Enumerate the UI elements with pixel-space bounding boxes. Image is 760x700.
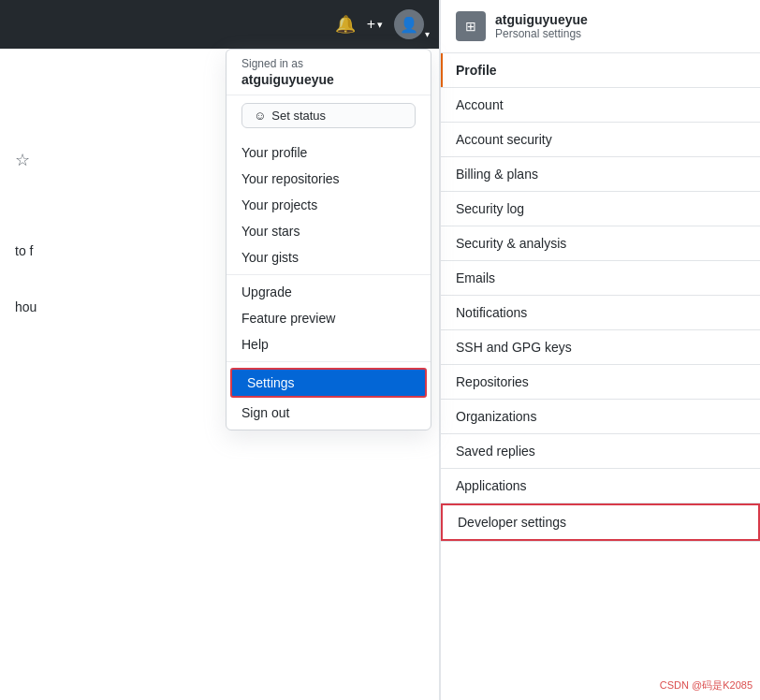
set-status-label: Set status [271,109,326,123]
nav-link-organizations[interactable]: Organizations [441,400,760,433]
nav-item-security-log: Security log [441,192,760,226]
left-panel: 🔔 + ▾ 👤 ▾ ☆ to f hou Signed in as atguig… [0,0,440,700]
nav-item-organizations: Organizations [441,400,760,434]
nav-link-account[interactable]: Account [441,88,760,122]
dropdown-bottom: Settings Sign out [227,362,431,430]
nav-item-saved-replies: Saved replies [441,434,760,469]
nav-item-security-analysis: Security & analysis [441,226,760,261]
nav-link-billing[interactable]: Billing & plans [441,157,760,191]
nav-link-developer-settings[interactable]: Developer settings [441,503,760,541]
header-bar: 🔔 + ▾ 👤 ▾ [0,0,439,49]
nav-link-profile[interactable]: Profile [441,53,760,87]
nav-item-emails: Emails [441,261,760,296]
nav-link-applications[interactable]: Applications [441,469,760,503]
user-dropdown: Signed in as atguiguyueyue ☺ Set status … [226,49,431,430]
dropdown-item-settings[interactable]: Settings [230,368,427,398]
nav-link-emails[interactable]: Emails [441,261,760,295]
nav-item-ssh-gpg: SSH and GPG keys [441,330,760,365]
plus-chevron-icon: ▾ [377,19,383,31]
dropdown-item-upgrade[interactable]: Upgrade [227,279,431,305]
plus-button[interactable]: + ▾ [367,16,383,33]
dropdown-item-profile[interactable]: Your profile [227,139,431,166]
nav-item-profile: Profile [441,53,760,88]
dropdown-item-projects[interactable]: Your projects [227,192,431,218]
nav-link-ssh-gpg[interactable]: SSH and GPG keys [441,330,760,364]
nav-item-billing: Billing & plans [441,157,760,192]
settings-header: ⊞ atguiguyueyue Personal settings [441,0,760,53]
nav-link-security-analysis[interactable]: Security & analysis [441,226,760,260]
nav-link-account-security[interactable]: Account security [441,123,760,156]
settings-user-info: atguiguyueyue Personal settings [495,12,588,40]
set-status-icon: ☺ [254,109,266,123]
dropdown-item-repositories[interactable]: Your repositories [227,166,431,192]
dropdown-item-gists[interactable]: Your gists [227,244,431,270]
dropdown-header: Signed in as atguiguyueyue [227,50,431,95]
nav-link-saved-replies[interactable]: Saved replies [441,434,760,468]
settings-avatar-icon: ⊞ [465,19,476,34]
nav-link-notifications[interactable]: Notifications [441,296,760,329]
dropdown-item-stars[interactable]: Your stars [227,218,431,244]
set-status-button[interactable]: ☺ Set status [241,103,416,128]
nav-item-notifications: Notifications [441,296,760,330]
avatar-chevron-icon: ▾ [425,29,430,39]
settings-username: atguiguyueyue [495,12,588,27]
nav-link-security-log[interactable]: Security log [441,192,760,226]
nav-item-account: Account [441,88,760,123]
dropdown-username: atguiguyueyue [241,72,416,87]
dropdown-section-2: Upgrade Feature preview Help [227,275,431,362]
dropdown-item-feature-preview[interactable]: Feature preview [227,305,431,331]
signed-in-label: Signed in as [241,57,416,70]
settings-subtitle: Personal settings [495,27,588,40]
star-icon: ☆ [15,150,30,170]
settings-avatar: ⊞ [456,11,486,41]
dropdown-item-signout[interactable]: Sign out [227,400,431,426]
nav-item-applications: Applications [441,469,760,503]
dropdown-item-help[interactable]: Help [227,331,431,357]
settings-nav: Profile Account Account security Billing… [441,53,760,542]
avatar-button[interactable]: 👤 ▾ [394,9,424,39]
watermark: CSDN @码是K2085 [660,678,753,693]
nav-link-repositories[interactable]: Repositories [441,365,760,399]
plus-icon: + [367,16,375,33]
notification-icon[interactable]: 🔔 [335,14,356,35]
nav-item-account-security: Account security [441,123,760,157]
nav-item-repositories: Repositories [441,365,760,400]
avatar-icon: 👤 [400,16,418,34]
nav-item-developer-settings: Developer settings [441,503,760,542]
left-text-to: to f [0,243,33,258]
right-panel: ⊞ atguiguyueyue Personal settings Profil… [440,0,760,700]
left-text-hou: hou [0,299,37,314]
dropdown-section-1: Your profile Your repositories Your proj… [227,136,431,275]
